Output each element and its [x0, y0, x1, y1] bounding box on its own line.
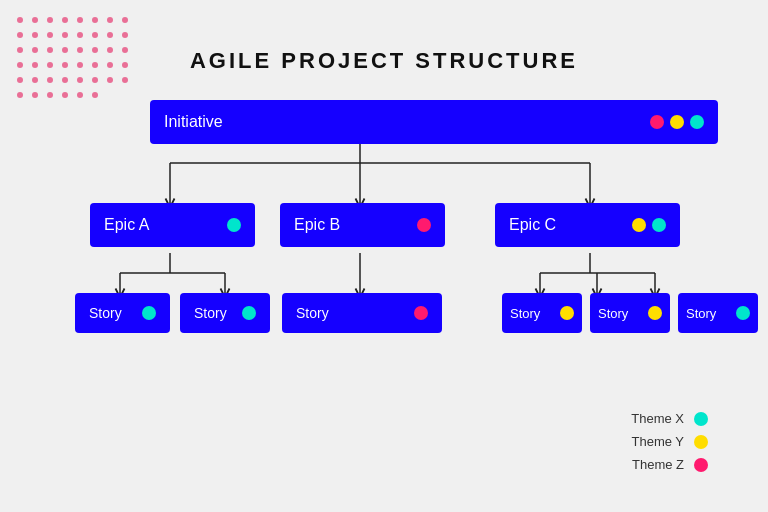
svg-point-37	[92, 77, 98, 83]
svg-point-1	[32, 17, 38, 23]
svg-point-6	[107, 17, 113, 23]
story-5-node: Story	[590, 293, 670, 333]
legend-theme-x-label: Theme X	[624, 411, 684, 426]
story-5-label: Story	[598, 306, 628, 321]
story-2-label: Story	[194, 305, 227, 321]
svg-point-41	[32, 92, 38, 98]
svg-point-7	[122, 17, 128, 23]
svg-point-32	[17, 77, 23, 83]
dot-cyan-story1	[142, 306, 156, 320]
svg-point-13	[92, 32, 98, 38]
story-4-label: Story	[510, 306, 540, 321]
page-title: AGILE PROJECT STRUCTURE	[0, 48, 768, 74]
svg-point-11	[62, 32, 68, 38]
svg-point-9	[32, 32, 38, 38]
svg-point-15	[122, 32, 128, 38]
story-6-label: Story	[686, 306, 716, 321]
dot-red-story3	[414, 306, 428, 320]
svg-point-12	[77, 32, 83, 38]
initiative-dots	[650, 115, 704, 129]
svg-point-2	[47, 17, 53, 23]
legend-dot-yellow	[694, 435, 708, 449]
legend-item-theme-z: Theme Z	[624, 457, 708, 472]
epic-c-dots	[632, 218, 666, 232]
svg-point-3	[62, 17, 68, 23]
legend-dot-red	[694, 458, 708, 472]
epic-a-label: Epic A	[104, 216, 149, 234]
svg-point-35	[62, 77, 68, 83]
dot-cyan-epic-a	[227, 218, 241, 232]
dot-yellow-story4	[560, 306, 574, 320]
epic-c-node: Epic C	[495, 203, 680, 247]
story-3-label: Story	[296, 305, 329, 321]
dot-red-epic-b	[417, 218, 431, 232]
svg-point-5	[92, 17, 98, 23]
epic-a-node: Epic A	[90, 203, 255, 247]
svg-point-33	[32, 77, 38, 83]
dot-red-initiative	[650, 115, 664, 129]
story-3-node: Story	[282, 293, 442, 333]
initiative-label: Initiative	[164, 113, 223, 131]
dot-cyan-initiative	[690, 115, 704, 129]
connectors-svg	[50, 95, 738, 432]
legend: Theme X Theme Y Theme Z	[624, 411, 708, 472]
legend-item-theme-x: Theme X	[624, 411, 708, 426]
legend-item-theme-y: Theme Y	[624, 434, 708, 449]
epic-b-node: Epic B	[280, 203, 445, 247]
epic-c-label: Epic C	[509, 216, 556, 234]
dot-yellow-initiative	[670, 115, 684, 129]
svg-point-36	[77, 77, 83, 83]
story-1-label: Story	[89, 305, 122, 321]
story-2-node: Story	[180, 293, 270, 333]
dot-yellow-epic-c	[632, 218, 646, 232]
initiative-node: Initiative	[150, 100, 718, 144]
svg-point-4	[77, 17, 83, 23]
diagram-container: Initiative Epic A Epic B Epic C Story	[50, 95, 738, 432]
dot-cyan-epic-c	[652, 218, 666, 232]
svg-point-8	[17, 32, 23, 38]
legend-dot-cyan	[694, 412, 708, 426]
story-1-node: Story	[75, 293, 170, 333]
svg-point-39	[122, 77, 128, 83]
story-6-node: Story	[678, 293, 758, 333]
svg-point-14	[107, 32, 113, 38]
legend-theme-z-label: Theme Z	[624, 457, 684, 472]
svg-point-40	[17, 92, 23, 98]
story-4-node: Story	[502, 293, 582, 333]
svg-point-38	[107, 77, 113, 83]
svg-point-34	[47, 77, 53, 83]
epic-b-label: Epic B	[294, 216, 340, 234]
legend-theme-y-label: Theme Y	[624, 434, 684, 449]
epic-a-dots	[227, 218, 241, 232]
svg-point-10	[47, 32, 53, 38]
dot-cyan-story6	[736, 306, 750, 320]
epic-b-dots	[417, 218, 431, 232]
dot-cyan-story2	[242, 306, 256, 320]
svg-point-0	[17, 17, 23, 23]
dot-yellow-story5	[648, 306, 662, 320]
